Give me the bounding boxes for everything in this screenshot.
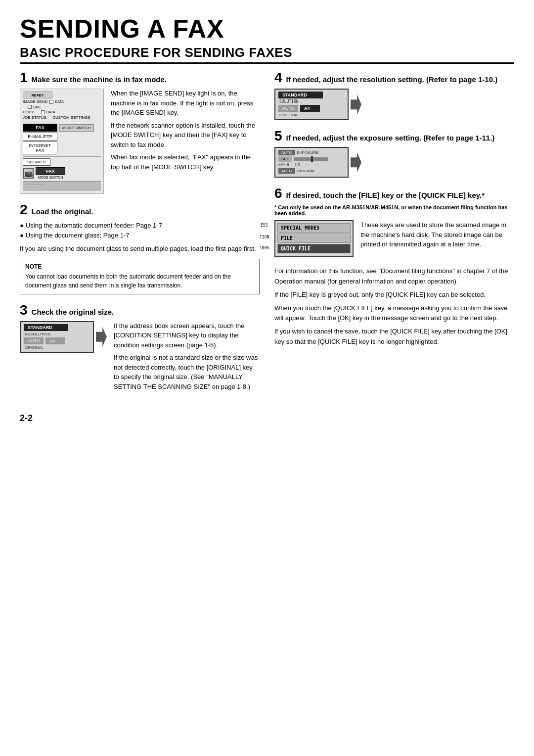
section-title: BASIC PROCEDURE FOR SENDING FAXES (20, 45, 514, 64)
arrow-icon-3 (96, 327, 107, 347)
step-6-image: SPECIAL MODES FILE QUICK FILE ESS TION 1… (274, 220, 354, 257)
step-1: 1 Make sure the machine is in fax mode. … (20, 71, 260, 194)
note-title: NOTE (25, 263, 254, 270)
screen4-a4: A4 (300, 105, 320, 112)
screen4-standard: STANDARD (278, 92, 323, 98)
step-2-title: Load the original. (32, 207, 93, 216)
tion-label: TION (260, 235, 269, 239)
step-3: 3 Check the original size. STANDARD RESO… (20, 303, 260, 395)
bullet-1: Using the automatic document feeder: Pag… (20, 221, 260, 231)
screen5-set: SET (278, 156, 292, 162)
step-5-title: If needed, adjust the exposure setting. … (286, 134, 495, 142)
arrow-icon-4 (351, 94, 361, 114)
screen3-auto: AUTO (24, 337, 44, 344)
step-1-image: READY IMAGE SEND DATA (20, 89, 104, 194)
step-3-num: 3 (20, 303, 28, 317)
step-5-num: 5 (274, 129, 282, 143)
step-6-num: 6 (274, 187, 282, 200)
special-modes-btn: SPECIAL MODES (277, 223, 351, 233)
note-box: NOTE You cannot load documents in both t… (20, 259, 260, 294)
step-1-text: When the [IMAGE SEND] key light is on, t… (111, 89, 260, 194)
page-number: 2-2 (20, 413, 514, 424)
step-1-title: Make sure the machine is in fax mode. (32, 75, 167, 84)
step-6-title: If desired, touch the [FILE] key or the … (286, 191, 485, 199)
step-6: 6 If desired, touch the [FILE] key or th… (274, 187, 514, 347)
step-4: 4 If needed, adjust the resolution setti… (274, 71, 514, 120)
step-6-footnote: * Can only be used on the AR-M351N/AR-M4… (274, 204, 514, 216)
exposure-slider (294, 157, 328, 161)
right-column: 4 If needed, adjust the resolution setti… (274, 71, 514, 403)
step-1-num: 1 (20, 71, 28, 85)
note-text: You cannot load documents in both the au… (25, 272, 254, 290)
screen4-solution: SOLUTION (279, 99, 345, 104)
left-column: 1 Make sure the machine is in fax mode. … (20, 71, 260, 403)
screen3-a4: A4 (45, 337, 65, 344)
step-2-num: 2 (20, 203, 28, 217)
page-title: SENDING A FAX (20, 15, 514, 43)
screen3-resolution: RESOLUTION (25, 332, 90, 336)
screen5-auto2: AUTO (278, 168, 295, 174)
step-3-title: Check the original size. (32, 308, 114, 316)
step-2: 2 Load the original. Using the automatic… (20, 203, 260, 294)
screen3-standard: STANDARD (24, 324, 68, 331)
step-5-screen: AUTO EXPOSURE SET RESOL——ON AUTO ORIGINA… (274, 147, 349, 178)
screen4-auto: AUTO (278, 105, 298, 112)
step-4-num: 4 (274, 71, 282, 85)
percent-label: 100% (260, 246, 269, 250)
screen3-original: ORIGINAL (25, 345, 90, 350)
step-2-bullets: Using the automatic document feeder: Pag… (20, 221, 260, 240)
screen5-exposure: EXPOSURE (297, 150, 318, 155)
step-6-details: For information on this function, see "D… (274, 266, 514, 347)
quick-file-btn: QUICK FILE (277, 244, 351, 253)
step-4-screen: STANDARD SOLUTION AUTO A4 ORIGINAL (274, 89, 349, 120)
step-6-text: These keys are used to store the scanned… (360, 220, 514, 257)
step-3-image: STANDARD RESOLUTION AUTO A4 ORIGINAL (20, 321, 107, 395)
step-5: 5 If needed, adjust the exposure setting… (274, 129, 514, 178)
screen4-original: ORIGINAL (279, 113, 345, 117)
special-modes-panel: SPECIAL MODES FILE QUICK FILE ESS TION 1… (274, 220, 354, 257)
bullet-2: Using the document glass: Page 1-7 (20, 231, 260, 240)
file-btn: FILE (277, 234, 351, 243)
step-3-text: If the address book screen appears, touc… (114, 321, 260, 395)
step-4-title: If needed, adjust the resolution setting… (286, 75, 498, 84)
arrow-icon-5 (351, 152, 361, 172)
screen5-original: ORIGINAL (297, 169, 315, 173)
ess-label: ESS (261, 223, 267, 228)
step-2-body: If you are using the document glass to s… (20, 244, 260, 254)
screen5-auto: AUTO (278, 150, 295, 155)
screen5-resolution: RESOL——ON (278, 163, 300, 167)
